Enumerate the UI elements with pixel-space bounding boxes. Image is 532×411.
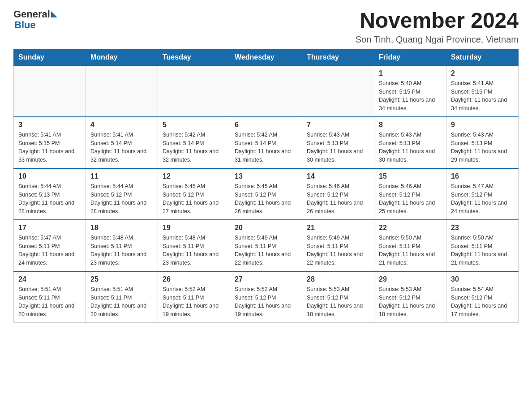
table-row: 13Sunrise: 5:45 AM Sunset: 5:12 PM Dayli… bbox=[230, 168, 302, 220]
page-title: November 2024 bbox=[356, 9, 519, 33]
calendar-header-row: SundayMondayTuesdayWednesdayThursdayFrid… bbox=[14, 49, 519, 65]
day-info: Sunrise: 5:49 AM Sunset: 5:11 PM Dayligh… bbox=[235, 234, 297, 267]
table-row: 7Sunrise: 5:43 AM Sunset: 5:13 PM Daylig… bbox=[302, 117, 374, 168]
day-info: Sunrise: 5:54 AM Sunset: 5:12 PM Dayligh… bbox=[451, 285, 514, 319]
table-row bbox=[302, 65, 374, 117]
day-info: Sunrise: 5:53 AM Sunset: 5:12 PM Dayligh… bbox=[379, 285, 442, 319]
day-number: 9 bbox=[451, 121, 514, 129]
day-info: Sunrise: 5:51 AM Sunset: 5:11 PM Dayligh… bbox=[90, 285, 153, 319]
calendar-week-row: 3Sunrise: 5:41 AM Sunset: 5:15 PM Daylig… bbox=[14, 117, 519, 168]
table-row: 8Sunrise: 5:43 AM Sunset: 5:13 PM Daylig… bbox=[374, 117, 446, 168]
day-info: Sunrise: 5:43 AM Sunset: 5:13 PM Dayligh… bbox=[379, 131, 442, 164]
day-number: 13 bbox=[235, 172, 297, 180]
day-number: 29 bbox=[379, 275, 442, 283]
logo: General Blue bbox=[13, 9, 57, 30]
day-info: Sunrise: 5:45 AM Sunset: 5:12 PM Dayligh… bbox=[163, 182, 225, 216]
table-row: 30Sunrise: 5:54 AM Sunset: 5:12 PM Dayli… bbox=[446, 271, 519, 323]
day-number: 23 bbox=[451, 224, 514, 232]
day-info: Sunrise: 5:46 AM Sunset: 5:12 PM Dayligh… bbox=[379, 182, 442, 216]
day-number: 21 bbox=[307, 224, 369, 232]
day-number: 22 bbox=[379, 224, 442, 232]
table-row: 16Sunrise: 5:47 AM Sunset: 5:12 PM Dayli… bbox=[446, 168, 519, 220]
table-row: 27Sunrise: 5:52 AM Sunset: 5:12 PM Dayli… bbox=[230, 271, 302, 323]
day-info: Sunrise: 5:52 AM Sunset: 5:12 PM Dayligh… bbox=[235, 285, 297, 319]
table-row: 11Sunrise: 5:44 AM Sunset: 5:12 PM Dayli… bbox=[86, 168, 158, 220]
calendar-day-header: Monday bbox=[86, 49, 158, 65]
day-info: Sunrise: 5:41 AM Sunset: 5:14 PM Dayligh… bbox=[90, 131, 153, 164]
day-number: 30 bbox=[451, 275, 514, 283]
calendar-body: 1Sunrise: 5:40 AM Sunset: 5:15 PM Daylig… bbox=[14, 65, 519, 323]
page-subtitle: Son Tinh, Quang Ngai Province, Vietnam bbox=[356, 34, 519, 45]
day-number: 4 bbox=[90, 121, 153, 129]
day-info: Sunrise: 5:52 AM Sunset: 5:11 PM Dayligh… bbox=[163, 285, 225, 319]
calendar-week-row: 24Sunrise: 5:51 AM Sunset: 5:11 PM Dayli… bbox=[14, 271, 519, 323]
day-info: Sunrise: 5:42 AM Sunset: 5:14 PM Dayligh… bbox=[235, 131, 297, 164]
day-info: Sunrise: 5:44 AM Sunset: 5:13 PM Dayligh… bbox=[18, 182, 81, 216]
table-row: 22Sunrise: 5:50 AM Sunset: 5:11 PM Dayli… bbox=[374, 220, 446, 271]
day-info: Sunrise: 5:47 AM Sunset: 5:12 PM Dayligh… bbox=[451, 182, 514, 216]
calendar-week-row: 1Sunrise: 5:40 AM Sunset: 5:15 PM Daylig… bbox=[14, 65, 519, 117]
day-number: 12 bbox=[163, 172, 225, 180]
table-row bbox=[230, 65, 302, 117]
table-row: 4Sunrise: 5:41 AM Sunset: 5:14 PM Daylig… bbox=[86, 117, 158, 168]
table-row: 14Sunrise: 5:46 AM Sunset: 5:12 PM Dayli… bbox=[302, 168, 374, 220]
table-row: 10Sunrise: 5:44 AM Sunset: 5:13 PM Dayli… bbox=[14, 168, 86, 220]
day-info: Sunrise: 5:53 AM Sunset: 5:12 PM Dayligh… bbox=[307, 285, 369, 319]
table-row: 2Sunrise: 5:41 AM Sunset: 5:15 PM Daylig… bbox=[446, 65, 519, 117]
table-row bbox=[14, 65, 86, 117]
day-number: 11 bbox=[90, 172, 153, 180]
table-row: 18Sunrise: 5:48 AM Sunset: 5:11 PM Dayli… bbox=[86, 220, 158, 271]
day-number: 14 bbox=[307, 172, 369, 180]
calendar-day-header: Friday bbox=[374, 49, 446, 65]
table-row bbox=[158, 65, 230, 117]
day-number: 2 bbox=[451, 69, 514, 77]
calendar-day-header: Saturday bbox=[446, 49, 519, 65]
day-info: Sunrise: 5:43 AM Sunset: 5:13 PM Dayligh… bbox=[307, 131, 369, 164]
day-info: Sunrise: 5:41 AM Sunset: 5:15 PM Dayligh… bbox=[18, 131, 81, 164]
table-row: 12Sunrise: 5:45 AM Sunset: 5:12 PM Dayli… bbox=[158, 168, 230, 220]
day-info: Sunrise: 5:41 AM Sunset: 5:15 PM Dayligh… bbox=[451, 79, 514, 113]
day-number: 6 bbox=[235, 121, 297, 129]
logo-triangle-icon bbox=[51, 11, 57, 17]
table-row: 15Sunrise: 5:46 AM Sunset: 5:12 PM Dayli… bbox=[374, 168, 446, 220]
day-info: Sunrise: 5:42 AM Sunset: 5:14 PM Dayligh… bbox=[163, 131, 225, 164]
table-row: 3Sunrise: 5:41 AM Sunset: 5:15 PM Daylig… bbox=[14, 117, 86, 168]
table-row: 1Sunrise: 5:40 AM Sunset: 5:15 PM Daylig… bbox=[374, 65, 446, 117]
day-number: 25 bbox=[90, 275, 153, 283]
day-info: Sunrise: 5:43 AM Sunset: 5:13 PM Dayligh… bbox=[451, 131, 514, 164]
calendar-day-header: Tuesday bbox=[158, 49, 230, 65]
table-row: 20Sunrise: 5:49 AM Sunset: 5:11 PM Dayli… bbox=[230, 220, 302, 271]
day-info: Sunrise: 5:46 AM Sunset: 5:12 PM Dayligh… bbox=[307, 182, 369, 216]
day-number: 20 bbox=[235, 224, 297, 232]
day-number: 15 bbox=[379, 172, 442, 180]
calendar-day-header: Thursday bbox=[302, 49, 374, 65]
day-number: 5 bbox=[163, 121, 225, 129]
page-header: General Blue November 2024 Son Tinh, Qua… bbox=[13, 9, 519, 45]
table-row: 24Sunrise: 5:51 AM Sunset: 5:11 PM Dayli… bbox=[14, 271, 86, 323]
day-number: 16 bbox=[451, 172, 514, 180]
day-info: Sunrise: 5:47 AM Sunset: 5:11 PM Dayligh… bbox=[18, 234, 81, 267]
day-number: 26 bbox=[163, 275, 225, 283]
day-number: 17 bbox=[18, 224, 81, 232]
day-info: Sunrise: 5:50 AM Sunset: 5:11 PM Dayligh… bbox=[379, 234, 442, 267]
calendar-day-header: Wednesday bbox=[230, 49, 302, 65]
table-row: 9Sunrise: 5:43 AM Sunset: 5:13 PM Daylig… bbox=[446, 117, 519, 168]
day-number: 1 bbox=[379, 69, 442, 77]
calendar-header: SundayMondayTuesdayWednesdayThursdayFrid… bbox=[14, 49, 519, 65]
table-row: 5Sunrise: 5:42 AM Sunset: 5:14 PM Daylig… bbox=[158, 117, 230, 168]
logo-general: General bbox=[13, 9, 50, 20]
logo-blue: Blue bbox=[14, 20, 57, 30]
day-number: 3 bbox=[18, 121, 81, 129]
day-number: 18 bbox=[90, 224, 153, 232]
table-row: 23Sunrise: 5:50 AM Sunset: 5:11 PM Dayli… bbox=[446, 220, 519, 271]
day-info: Sunrise: 5:50 AM Sunset: 5:11 PM Dayligh… bbox=[451, 234, 514, 267]
table-row: 26Sunrise: 5:52 AM Sunset: 5:11 PM Dayli… bbox=[158, 271, 230, 323]
table-row: 28Sunrise: 5:53 AM Sunset: 5:12 PM Dayli… bbox=[302, 271, 374, 323]
day-info: Sunrise: 5:48 AM Sunset: 5:11 PM Dayligh… bbox=[90, 234, 153, 267]
day-info: Sunrise: 5:51 AM Sunset: 5:11 PM Dayligh… bbox=[18, 285, 81, 319]
day-info: Sunrise: 5:45 AM Sunset: 5:12 PM Dayligh… bbox=[235, 182, 297, 216]
day-number: 10 bbox=[18, 172, 81, 180]
day-number: 27 bbox=[235, 275, 297, 283]
table-row: 19Sunrise: 5:48 AM Sunset: 5:11 PM Dayli… bbox=[158, 220, 230, 271]
table-row: 25Sunrise: 5:51 AM Sunset: 5:11 PM Dayli… bbox=[86, 271, 158, 323]
